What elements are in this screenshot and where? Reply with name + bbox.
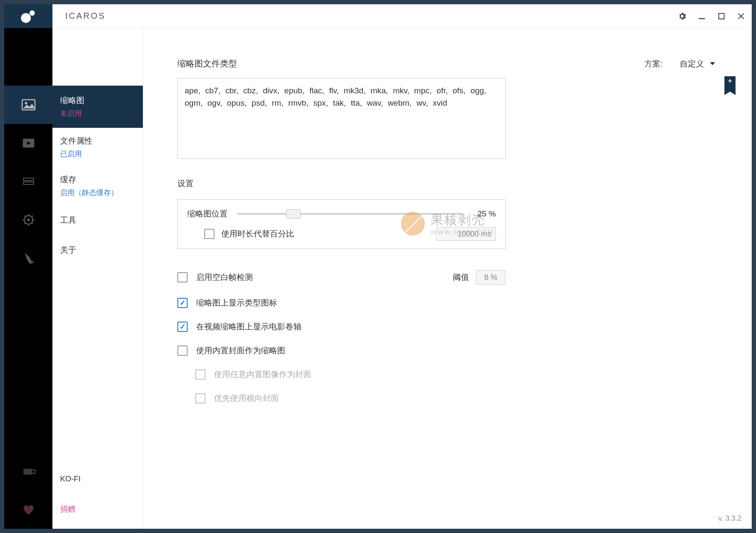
sidebar-item-tools[interactable]: 工具 xyxy=(52,205,143,235)
overlay-icon-label: 缩略图上显示类型图标 xyxy=(196,297,277,308)
svg-rect-2 xyxy=(699,18,705,19)
sidebar-item-title: 缓存 xyxy=(60,174,135,185)
sidebar-donate[interactable]: 捐赠 xyxy=(52,494,143,524)
use-duration-label: 使用时长代替百分比 xyxy=(221,228,294,239)
sidebar-item-title: 文件属性 xyxy=(60,135,135,147)
sidebar-kofi[interactable]: KO-FI xyxy=(52,464,143,494)
duration-ms-input[interactable] xyxy=(436,227,496,241)
any-embedded-cover-checkbox xyxy=(195,369,206,380)
overlay-icon-checkbox[interactable] xyxy=(177,298,188,308)
settings-icon[interactable] xyxy=(677,11,688,22)
threshold-label: 阈值 xyxy=(453,272,469,283)
add-preset-button[interactable]: + xyxy=(724,76,736,92)
minimize-button[interactable] xyxy=(696,11,707,22)
plus-icon: + xyxy=(724,77,736,85)
rail-cache[interactable] xyxy=(4,162,52,201)
content-area: 缩略图文件类型 方案: 自定义 ape, cb7, cbr, cbz, divx… xyxy=(143,28,752,529)
slider-value: 25 % xyxy=(471,209,496,219)
rail-donate[interactable] xyxy=(4,490,52,529)
sidebar-item-cache[interactable]: 缓存 启用（静态缓存） xyxy=(52,167,143,205)
rail-thumbnails[interactable] xyxy=(4,86,52,124)
any-embedded-cover-label: 使用任意内置图像作为封面 xyxy=(214,369,311,380)
rail-properties[interactable] xyxy=(4,124,52,162)
sidebar-item-status: 已启用 xyxy=(60,149,135,159)
rail-about[interactable] xyxy=(4,239,52,277)
version-label: v. 3.3.2 xyxy=(718,514,742,523)
side-panel: 缩略图 未启用 文件属性 已启用 缓存 启用（静态缓存） 工具 关于 xyxy=(52,28,143,529)
prefer-landscape-label: 优先使用横向封面 xyxy=(214,393,279,404)
slider-label: 缩略图位置 xyxy=(187,208,228,219)
sidebar-item-title: 关于 xyxy=(60,245,135,256)
use-cover-checkbox[interactable] xyxy=(177,346,188,356)
svg-point-10 xyxy=(27,219,30,221)
use-cover-label: 使用内置封面作为缩略图 xyxy=(196,345,285,356)
position-slider-box: 缩略图位置 25 % 使用时长代替百分比 xyxy=(177,199,506,249)
rail-kofi[interactable] xyxy=(4,452,52,490)
sidebar-item-thumbnails[interactable]: 缩略图 未启用 xyxy=(52,86,143,128)
position-slider[interactable] xyxy=(237,209,463,219)
svg-rect-3 xyxy=(719,14,724,19)
svg-rect-8 xyxy=(23,182,34,184)
maximize-button[interactable] xyxy=(716,11,727,22)
sidebar-item-about[interactable]: 关于 xyxy=(52,235,143,265)
sidebar-item-title: 工具 xyxy=(60,215,135,226)
scheme-value: 自定义 xyxy=(680,58,704,69)
blank-detection-checkbox[interactable] xyxy=(177,272,188,282)
sidebar-item-title: 缩略图 xyxy=(60,95,135,106)
sidebar-item-status: 未启用 xyxy=(60,109,135,118)
film-reel-label: 在视频缩略图上显示电影卷轴 xyxy=(196,321,301,332)
sidebar-item-status: 启用（静态缓存） xyxy=(60,188,135,198)
app-title: ICAROS xyxy=(65,11,106,21)
svg-point-0 xyxy=(21,13,31,23)
svg-point-5 xyxy=(25,102,27,104)
slider-thumb[interactable] xyxy=(286,209,301,219)
scheme-dropdown[interactable]: 自定义 xyxy=(680,58,718,69)
filetype-header: 缩略图文件类型 xyxy=(177,58,237,69)
chevron-down-icon xyxy=(710,62,715,65)
close-button[interactable] xyxy=(736,11,747,22)
svg-point-1 xyxy=(29,10,35,16)
rail-tools[interactable] xyxy=(4,201,52,239)
blank-detection-label: 启用空白帧检测 xyxy=(196,272,253,283)
film-reel-checkbox[interactable] xyxy=(177,322,188,332)
app-logo xyxy=(4,4,52,28)
titlebar: ICAROS xyxy=(4,4,752,28)
use-duration-checkbox[interactable] xyxy=(204,229,214,239)
threshold-input[interactable] xyxy=(476,270,506,285)
prefer-landscape-checkbox xyxy=(195,393,206,403)
svg-rect-7 xyxy=(23,178,34,181)
sidebar-item-properties[interactable]: 文件属性 已启用 xyxy=(52,128,143,167)
scheme-label: 方案: xyxy=(644,58,663,69)
extensions-box[interactable]: ape, cb7, cbr, cbz, divx, epub, flac, fl… xyxy=(177,78,506,159)
settings-header: 设置 xyxy=(177,178,718,189)
svg-rect-11 xyxy=(23,469,32,475)
icon-rail xyxy=(4,28,52,529)
